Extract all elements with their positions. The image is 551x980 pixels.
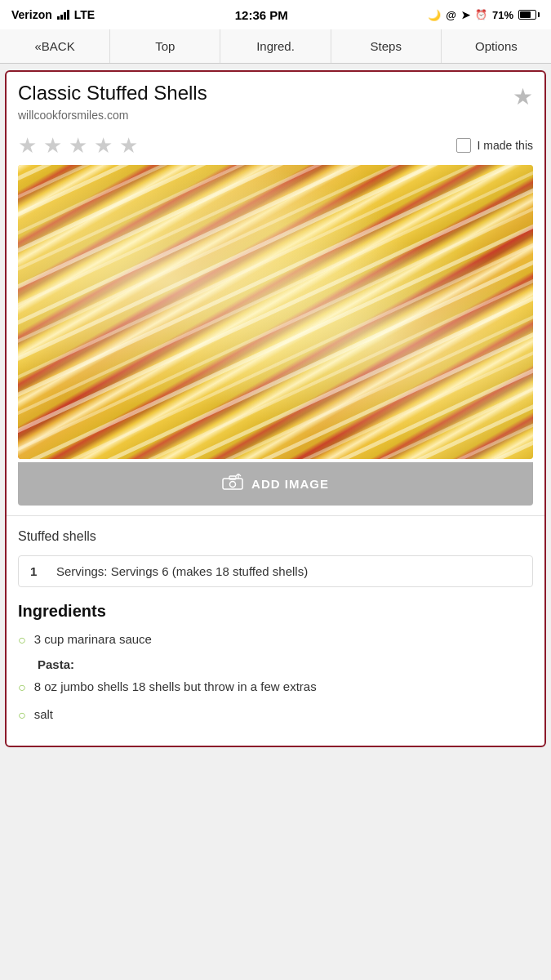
location-icon: ➤ bbox=[461, 9, 470, 21]
favorite-star-icon[interactable]: ★ bbox=[513, 83, 533, 110]
back-label: BACK bbox=[42, 39, 75, 53]
back-chevron-icon: « bbox=[35, 39, 42, 53]
ingredient-text: 3 cup marinara sauce bbox=[34, 630, 152, 648]
recipe-title: Classic Stuffed Shells bbox=[18, 82, 207, 105]
moon-icon: 🌙 bbox=[428, 9, 441, 21]
cheese-streaks bbox=[18, 165, 533, 459]
tab-back[interactable]: « BACK bbox=[0, 29, 110, 63]
star-1[interactable]: ★ bbox=[18, 133, 37, 158]
recipe-description: Stuffed shells bbox=[7, 526, 544, 547]
ingredient-text-shells: 8 oz jumbo shells 18 shells but throw in… bbox=[34, 678, 317, 695]
carrier-label: Verizon bbox=[11, 8, 52, 21]
recipe-title-block: Classic Stuffed Shells willcookforsmiles… bbox=[18, 82, 207, 122]
ingredient-item: ○ 3 cup marinara sauce bbox=[18, 630, 533, 649]
battery-label: 71% bbox=[492, 9, 513, 21]
bullet-icon: ○ bbox=[18, 679, 26, 697]
status-bar: Verizon LTE 12:36 PM 🌙 @ ➤ ⏰ 71% bbox=[0, 0, 551, 29]
time-label: 12:36 PM bbox=[235, 8, 288, 22]
battery-indicator bbox=[518, 10, 540, 20]
at-icon: @ bbox=[446, 9, 456, 21]
made-this-label: I made this bbox=[478, 139, 533, 152]
add-image-button[interactable]: ADD IMAGE bbox=[18, 462, 533, 506]
servings-number: 1 bbox=[30, 564, 47, 578]
star-2[interactable]: ★ bbox=[43, 133, 62, 158]
nav-tabs: « BACK Top Ingred. Steps Options bbox=[0, 29, 551, 64]
tab-top[interactable]: Top bbox=[110, 29, 220, 63]
servings-row[interactable]: 1 Servings: Servings 6 (makes 18 stuffed… bbox=[18, 555, 533, 587]
add-image-label: ADD IMAGE bbox=[251, 477, 329, 491]
star-4[interactable]: ★ bbox=[94, 133, 113, 158]
svg-rect-2 bbox=[229, 476, 236, 479]
recipe-image bbox=[18, 165, 533, 459]
servings-text: Servings: Servings 6 (makes 18 stuffed s… bbox=[56, 564, 308, 578]
camera-icon bbox=[222, 474, 243, 494]
tab-steps[interactable]: Steps bbox=[331, 29, 442, 63]
recipe-card: Classic Stuffed Shells willcookforsmiles… bbox=[5, 70, 546, 747]
ingredient-item-salt: ○ salt bbox=[18, 706, 533, 724]
tab-steps-label: Steps bbox=[371, 39, 402, 53]
star-rating[interactable]: ★ ★ ★ ★ ★ bbox=[18, 133, 138, 158]
recipe-image-container: ADD IMAGE bbox=[18, 165, 533, 506]
ingredients-title: Ingredients bbox=[18, 602, 533, 621]
tab-options-label: Options bbox=[475, 39, 518, 53]
bullet-icon: ○ bbox=[18, 706, 26, 724]
tab-top-label: Top bbox=[155, 39, 175, 53]
star-5[interactable]: ★ bbox=[119, 133, 138, 158]
ingredient-text-salt: salt bbox=[34, 706, 53, 723]
status-right: 🌙 @ ➤ ⏰ 71% bbox=[428, 9, 540, 21]
svg-point-1 bbox=[230, 481, 236, 487]
ingredients-section: Ingredients ○ 3 cup marinara sauce Pasta… bbox=[7, 595, 544, 746]
tab-ingredients[interactable]: Ingred. bbox=[220, 29, 331, 63]
tab-options[interactable]: Options bbox=[442, 29, 551, 63]
recipe-source: willcookforsmiles.com bbox=[18, 109, 207, 122]
made-this-container: I made this bbox=[456, 138, 533, 153]
divider-1 bbox=[7, 515, 544, 516]
star-3[interactable]: ★ bbox=[69, 133, 87, 158]
made-this-checkbox[interactable] bbox=[456, 138, 471, 153]
network-label: LTE bbox=[74, 8, 95, 21]
bullet-icon: ○ bbox=[18, 631, 26, 649]
sub-category-pasta: Pasta: bbox=[38, 657, 533, 671]
ingredient-item-shells: ○ 8 oz jumbo shells 18 shells but throw … bbox=[18, 678, 533, 697]
rating-row: ★ ★ ★ ★ ★ I made this bbox=[7, 127, 544, 165]
tab-ingredients-label: Ingred. bbox=[256, 39, 295, 53]
recipe-header: Classic Stuffed Shells willcookforsmiles… bbox=[7, 72, 544, 127]
signal-bars bbox=[57, 10, 69, 20]
alarm-icon: ⏰ bbox=[475, 9, 487, 20]
status-left: Verizon LTE bbox=[11, 8, 95, 21]
